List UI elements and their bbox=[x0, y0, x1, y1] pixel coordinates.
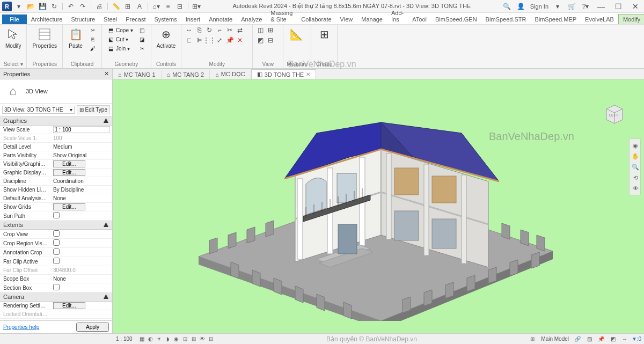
print-icon[interactable]: 🖨 bbox=[94, 2, 104, 11]
tab-structure[interactable]: Structure bbox=[67, 14, 99, 24]
geom-tool-3[interactable]: ✂ bbox=[137, 44, 148, 53]
file-tab[interactable]: File bbox=[2, 14, 27, 24]
view-tool-3[interactable]: ◩ bbox=[256, 36, 265, 45]
undo-icon[interactable]: ↶ bbox=[66, 2, 76, 11]
tab-annotate[interactable]: Annotate bbox=[204, 14, 237, 24]
qat-dropdown[interactable]: ▾ bbox=[14, 2, 24, 11]
measure-button[interactable]: 📐 bbox=[287, 26, 306, 43]
user-icon[interactable]: 👤 bbox=[516, 2, 526, 11]
tab-insert[interactable]: Insert bbox=[181, 14, 205, 24]
tab-massing[interactable]: Massing & Site bbox=[266, 8, 297, 24]
array-icon[interactable]: ⋮⋮ bbox=[205, 36, 214, 45]
tab-collaborate[interactable]: Collaborate bbox=[297, 14, 335, 24]
prop-edit-button[interactable]: Edit... bbox=[53, 203, 85, 210]
prop-checkbox[interactable] bbox=[53, 239, 60, 246]
app-exchange-icon[interactable]: ▾ bbox=[553, 2, 562, 11]
apply-button[interactable]: Apply bbox=[76, 323, 109, 332]
prop-input[interactable] bbox=[53, 126, 110, 133]
prop-section-header[interactable]: Camera⯅ bbox=[0, 292, 112, 302]
sync-icon[interactable]: ↻ bbox=[49, 2, 59, 11]
prop-value[interactable]: Coordination bbox=[51, 178, 112, 185]
worksets-icon[interactable]: ⊞ bbox=[528, 335, 537, 343]
pin-icon[interactable]: 📌 bbox=[225, 36, 234, 45]
prop-value[interactable]: By Discipline bbox=[51, 186, 112, 193]
prop-value[interactable]: Medium bbox=[51, 143, 112, 150]
tab-bimspeed-mep[interactable]: BimSpeed.MEP bbox=[530, 14, 581, 24]
help-icon[interactable]: ?▾ bbox=[581, 2, 590, 11]
measure-icon[interactable]: 📏 bbox=[111, 2, 121, 11]
thin-lines-icon[interactable]: ≡ bbox=[163, 2, 173, 11]
tab-analyze[interactable]: Analyze bbox=[237, 14, 266, 24]
trim-icon[interactable]: ⌐ bbox=[215, 26, 224, 34]
select-pinned-icon[interactable]: 📌 bbox=[597, 335, 605, 343]
prop-section-header[interactable]: Graphics⯅ bbox=[0, 116, 112, 126]
prop-checkbox[interactable] bbox=[53, 258, 60, 264]
prop-checkbox[interactable] bbox=[53, 248, 60, 255]
paste-button[interactable]: 📋 Paste bbox=[66, 26, 85, 50]
3d-viewport[interactable]: LEFT ◉ ✋ 🔍 ⟲ 👁 bbox=[113, 79, 644, 333]
align-icon[interactable]: ⊞ bbox=[123, 2, 133, 11]
geom-tool-1[interactable]: ◫ bbox=[137, 26, 148, 34]
rendering-icon[interactable]: ◉ bbox=[172, 335, 181, 343]
cut-geom-button[interactable]: ⬕Cut ▾ bbox=[105, 35, 135, 43]
cope-button[interactable]: ⬒Cope ▾ bbox=[105, 26, 135, 34]
properties-help-link[interactable]: Properties help bbox=[3, 324, 39, 330]
close-button[interactable]: ✕ bbox=[629, 2, 642, 11]
look-icon[interactable]: 👁 bbox=[631, 184, 640, 193]
tab-addins[interactable]: Add-Ins bbox=[387, 8, 408, 24]
modify-button[interactable]: Modify bbox=[3, 26, 23, 50]
scale-icon[interactable]: ⤢ bbox=[215, 36, 224, 45]
geom-tool-2[interactable]: ◪ bbox=[137, 35, 148, 43]
prop-edit-button[interactable]: Edit... bbox=[53, 160, 85, 167]
view-cube[interactable]: LEFT bbox=[601, 101, 628, 128]
prop-checkbox[interactable] bbox=[53, 230, 60, 237]
view-tool-1[interactable]: ◫ bbox=[256, 26, 265, 34]
tab-evolvelab[interactable]: EvolveLAB bbox=[581, 14, 618, 24]
prop-value[interactable]: Show Original bbox=[51, 152, 112, 159]
select-underlay-icon[interactable]: ▨ bbox=[585, 335, 594, 343]
maximize-button[interactable]: ☐ bbox=[612, 2, 625, 11]
view-tool-2[interactable]: ⊞ bbox=[266, 26, 275, 34]
visual-style-icon[interactable]: ◐ bbox=[147, 335, 155, 343]
redo-icon[interactable]: ↷ bbox=[78, 2, 87, 11]
delete-icon[interactable]: ✕ bbox=[236, 36, 244, 45]
drag-icon[interactable]: ↔ bbox=[620, 335, 629, 343]
tab-bimspeed-str[interactable]: BimSpeed.STR bbox=[481, 14, 531, 24]
prop-edit-button[interactable]: Edit... bbox=[53, 302, 85, 309]
rotate-icon[interactable]: ↻ bbox=[205, 26, 214, 34]
detail-level-icon[interactable]: ▦ bbox=[138, 335, 147, 343]
tab-atool[interactable]: ATool bbox=[408, 14, 431, 24]
properties-close-icon[interactable]: ✕ bbox=[104, 70, 109, 77]
view-tab-mcdoc[interactable]: ⌂MC DỌC bbox=[210, 70, 251, 79]
save-icon[interactable]: 💾 bbox=[38, 2, 47, 11]
pan-icon[interactable]: ✋ bbox=[631, 151, 640, 161]
copy-button[interactable]: ⎘ bbox=[87, 35, 98, 43]
prop-value[interactable]: None bbox=[51, 195, 112, 202]
filter-icon[interactable]: ▼:0 bbox=[632, 335, 641, 343]
sun-path-icon[interactable]: ☀ bbox=[155, 335, 164, 343]
tab-steel[interactable]: Steel bbox=[99, 14, 121, 24]
select-face-icon[interactable]: ◩ bbox=[609, 335, 617, 343]
create-button[interactable]: ⊞ bbox=[314, 26, 334, 43]
offset-icon[interactable]: ⊏ bbox=[185, 36, 193, 45]
shadows-icon[interactable]: ◗ bbox=[164, 335, 172, 343]
move-icon[interactable]: ↔ bbox=[185, 26, 193, 34]
reveal-icon[interactable]: ⊟ bbox=[207, 335, 215, 343]
orbit-icon[interactable]: ⟲ bbox=[631, 173, 640, 182]
open-icon[interactable]: 📂 bbox=[26, 2, 35, 11]
mirror-icon[interactable]: ⇄ bbox=[236, 26, 244, 34]
join-button[interactable]: ⬓Join ▾ bbox=[105, 44, 135, 53]
prop-value[interactable]: None bbox=[51, 275, 112, 282]
prop-edit-button[interactable]: Edit... bbox=[53, 169, 85, 176]
tab-architecture[interactable]: Architecture bbox=[27, 14, 67, 24]
scale-display[interactable]: 1 : 100 bbox=[116, 336, 133, 342]
minimize-button[interactable]: — bbox=[595, 2, 608, 11]
match-button[interactable]: 🖌 bbox=[87, 44, 98, 53]
text-icon[interactable]: A bbox=[135, 2, 144, 11]
copy-mod-icon[interactable]: ⎘ bbox=[195, 26, 203, 34]
view-tab-mctang2[interactable]: ⌂MC TANG 2 bbox=[162, 70, 210, 79]
search-icon[interactable]: 🔍 bbox=[502, 2, 512, 11]
tab-modify[interactable]: Modify bbox=[618, 14, 644, 24]
split-icon[interactable]: ✂ bbox=[225, 26, 234, 34]
sign-in-link[interactable]: Sign In bbox=[530, 3, 548, 10]
